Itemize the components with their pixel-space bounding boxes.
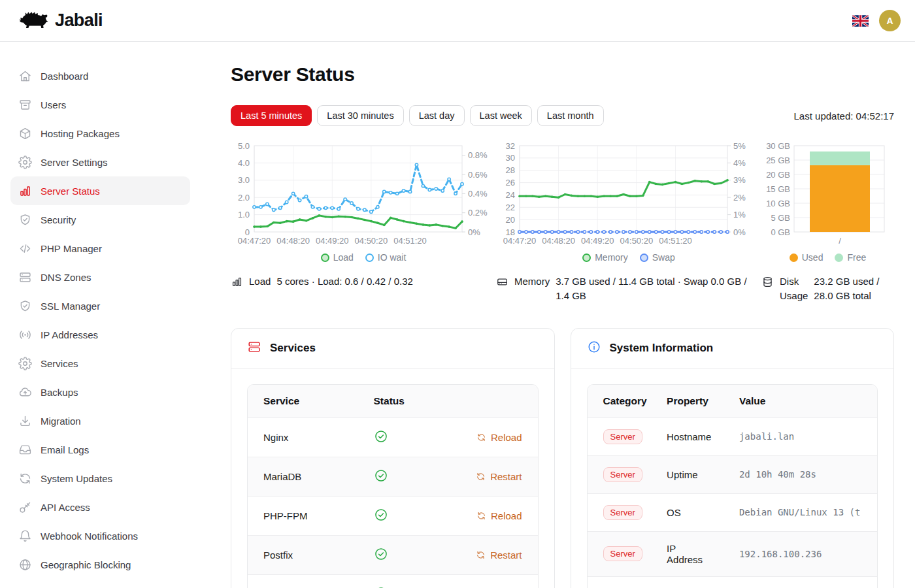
sidebar-item-backups[interactable]: Backups [10, 378, 190, 406]
filter-last-day[interactable]: Last day [409, 105, 465, 126]
language-flag-button[interactable] [852, 15, 869, 27]
category-badge: Server [603, 546, 642, 561]
category-cell: Server [588, 455, 652, 493]
svg-text:0%: 0% [468, 227, 480, 237]
hard-drive-icon [496, 276, 508, 288]
property-value: jabali.lan [739, 431, 861, 442]
php-fpm-reload-button[interactable]: Reload [445, 496, 538, 535]
sidebar-item-label: Server Settings [41, 157, 108, 168]
dovecot-restart-button[interactable]: Restart [445, 574, 538, 588]
sidebar-item-dashboard[interactable]: Dashboard [10, 61, 190, 90]
service-row-php-fpm: PHP-FPMReload [248, 496, 538, 535]
svg-text:04:51:20: 04:51:20 [393, 236, 427, 246]
filter-last-5-minutes[interactable]: Last 5 minutes [231, 105, 312, 126]
system-row-uptime: ServerUptime2d 10h 40m 28s [588, 455, 878, 493]
filter-last-week[interactable]: Last week [470, 105, 532, 126]
sidebar-item-label: DNS Zones [41, 272, 92, 283]
property-name: Connections [651, 576, 724, 588]
info-icon [587, 340, 601, 354]
service-name: PHP-FPM [248, 496, 358, 535]
load-chart: 04:47:2004:48:2004:49:2004:50:2004:51:20… [231, 142, 496, 263]
sidebar-item-migration[interactable]: Migration [10, 406, 190, 435]
property-value-cell: Debian GNU/Linux 13 (trixie) [724, 493, 877, 531]
sidebar-item-label: Security [41, 214, 76, 225]
property-name: Uptime [651, 455, 724, 493]
service-row-postfix: PostfixRestart [248, 535, 538, 574]
svg-text:5 GB: 5 GB [771, 213, 790, 223]
sidebar-item-users[interactable]: Users [10, 90, 190, 119]
sidebar-item-server-settings[interactable]: Server Settings [10, 148, 190, 176]
sidebar-item-dns-zones[interactable]: DNS Zones [10, 263, 190, 291]
svg-text:4%: 4% [733, 158, 746, 168]
legend-label: Used [802, 252, 824, 263]
sidebar-item-hosting-packages[interactable]: Hosting Packages [10, 119, 190, 148]
column-header-status: Status [358, 385, 445, 418]
sidebar-item-geographic-blocking[interactable]: Geographic Blocking [10, 550, 190, 579]
sidebar-item-ip-addresses[interactable]: IP Addresses [10, 320, 190, 349]
svg-text:4.0: 4.0 [238, 158, 250, 168]
sidebar-item-email-logs[interactable]: Email Logs [10, 435, 190, 464]
bar-chart-icon [18, 184, 32, 198]
filter-last-month[interactable]: Last month [537, 105, 604, 126]
last-updated: Last updated: 04:52:17 [794, 110, 894, 122]
sidebar-item-services[interactable]: Services [10, 349, 190, 378]
load-chart-plot: 04:47:2004:48:2004:49:2004:50:2004:51:20… [231, 142, 496, 249]
sidebar-item-label: IP Addresses [41, 329, 98, 340]
legend-item-swap: Swap [640, 252, 675, 263]
service-status [358, 457, 445, 496]
sidebar-item-system-updates[interactable]: System Updates [10, 464, 190, 493]
service-status [358, 574, 445, 588]
svg-text:15 GB: 15 GB [766, 184, 790, 194]
check-circle-icon [374, 547, 388, 561]
filter-last-30-minutes[interactable]: Last 30 minutes [317, 105, 403, 126]
radio-waves-icon [18, 328, 32, 342]
svg-text:04:49:20: 04:49:20 [316, 236, 349, 246]
check-circle-icon [374, 586, 388, 588]
service-status [358, 535, 445, 574]
legend-dot-used [790, 253, 798, 262]
svg-text:28: 28 [506, 165, 515, 175]
status-ok-icon [374, 429, 388, 444]
svg-text:18: 18 [506, 227, 515, 237]
property-name: IP Address [651, 531, 724, 576]
legend-label: IO wait [378, 252, 407, 263]
nginx-reload-button[interactable]: Reload [445, 417, 538, 457]
services-card-title: Services [270, 342, 316, 355]
cards-row: Services ServiceStatusNginxReloadMariaDB… [231, 328, 894, 588]
stats-row: Load5 cores · Load: 0.6 / 0.42 / 0.32Mem… [231, 274, 894, 303]
check-circle-icon [374, 508, 388, 522]
key-icon [18, 500, 32, 514]
mariadb-restart-button[interactable]: Restart [445, 457, 538, 496]
memory-stat: Memory3.7 GB used / 11.4 GB total · Swap… [496, 274, 761, 303]
system-row-ip-address: ServerIP Address192.168.100.236 [588, 531, 878, 576]
action-label: Restart [490, 471, 522, 482]
category-badge: Server [603, 429, 642, 444]
home-icon [18, 69, 32, 83]
memory-chart: 04:47:2004:48:2004:49:2004:50:2004:51:20… [496, 142, 761, 263]
property-value: 2d 10h 40m 28s [739, 469, 861, 480]
system-info-card-title: System Information [610, 342, 714, 355]
status-ok-icon [374, 547, 388, 561]
cloud-upload-icon [18, 385, 32, 399]
service-status [358, 496, 445, 535]
sidebar-item-label: PHP Manager [41, 243, 102, 254]
legend-label: Free [847, 252, 866, 263]
sidebar-item-security[interactable]: Security [10, 205, 190, 234]
sidebar-item-php-manager[interactable]: PHP Manager [10, 234, 190, 263]
avatar-button[interactable]: A [879, 10, 901, 31]
disk-chart-legend: UsedFree [761, 252, 894, 263]
sidebar-item-api-access[interactable]: API Access [10, 493, 190, 521]
sidebar-item-label: SSL Manager [41, 301, 100, 312]
services-card-header: Services [231, 329, 554, 368]
globe-icon [18, 558, 32, 572]
status-ok-icon [374, 468, 388, 483]
sidebar-item-label: System Updates [41, 473, 112, 484]
legend-label: Swap [652, 252, 675, 263]
services-table-element: ServiceStatusNginxReloadMariaDBRestartPH… [248, 385, 538, 588]
check-circle-icon [374, 468, 388, 483]
sidebar-item-webhook-notifications[interactable]: Webhook Notifications [10, 521, 190, 550]
postfix-restart-button[interactable]: Restart [445, 535, 538, 574]
svg-text:26: 26 [506, 178, 515, 188]
sidebar-item-server-status[interactable]: Server Status [10, 176, 190, 205]
sidebar-item-ssl-manager[interactable]: SSL Manager [10, 291, 190, 320]
